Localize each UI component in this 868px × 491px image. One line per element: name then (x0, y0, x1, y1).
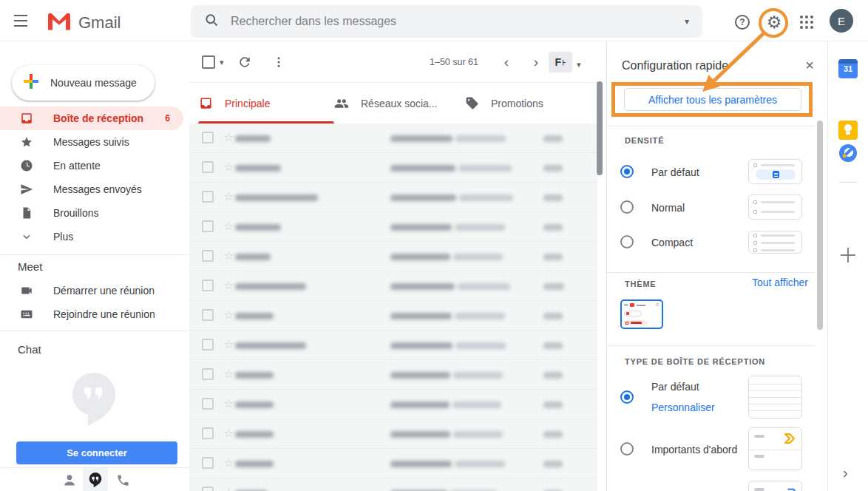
search-input[interactable] (229, 14, 685, 29)
radio-density-default[interactable] (620, 165, 634, 178)
email-checkbox[interactable] (202, 220, 214, 232)
view-all-themes-link[interactable]: Tout afficher (752, 277, 808, 288)
phone-icon[interactable] (114, 471, 132, 489)
list-scrollbar[interactable] (597, 81, 603, 175)
email-row[interactable]: ☆ (189, 301, 597, 331)
sidebar-item-drafts[interactable]: Brouillons (0, 201, 183, 225)
email-checkbox[interactable] (202, 161, 214, 173)
star-icon[interactable]: ☆ (223, 160, 234, 174)
select-all-checkbox[interactable] (202, 55, 215, 69)
radio-density-normal[interactable] (620, 200, 634, 214)
email-checkbox[interactable] (202, 280, 214, 291)
sign-in-button[interactable]: Se connecter (16, 441, 177, 464)
email-row[interactable]: ☆ (189, 123, 597, 153)
select-caret-icon[interactable]: ▾ (220, 58, 224, 67)
tab-social[interactable]: Réseaux socia... (334, 83, 460, 123)
inbox-type-option-label[interactable]: Par défaut (651, 381, 699, 393)
chevron-down-icon (19, 229, 34, 244)
star-icon[interactable]: ☆ (223, 248, 234, 263)
theme-thumbnail[interactable] (620, 299, 663, 329)
keep-icon[interactable] (838, 121, 858, 140)
chevron-left-icon[interactable]: ‹ (498, 54, 515, 70)
email-row[interactable]: ☆ (189, 271, 597, 301)
settings-gear-button[interactable]: ⚙ (764, 13, 784, 32)
gmail-logo[interactable]: Gmail (46, 11, 121, 34)
density-option-label[interactable]: Par défaut (651, 166, 699, 178)
inbox-important-thumbnail (748, 427, 802, 470)
sidebar-item-inbox[interactable]: Boîte de réception 6 (0, 106, 183, 130)
add-addon-plus-icon[interactable] (838, 246, 858, 265)
customize-link[interactable]: Personnaliser (651, 402, 715, 413)
input-tools-button[interactable]: F⊦ (549, 52, 572, 72)
email-row[interactable]: ☆ (189, 153, 597, 183)
tab-primary[interactable]: Principale (198, 83, 334, 123)
star-icon[interactable]: ☆ (223, 189, 234, 203)
star-icon[interactable]: ☆ (223, 308, 234, 322)
sidebar-item-more[interactable]: Plus (0, 225, 183, 248)
density-option-label[interactable]: Compact (651, 237, 693, 248)
sidebar-item-join-meeting[interactable]: Rejoindre une réunion (0, 302, 183, 326)
refresh-icon[interactable] (237, 54, 253, 70)
star-icon[interactable]: ☆ (223, 485, 234, 491)
close-icon[interactable]: × (805, 58, 814, 72)
email-row[interactable]: ☆ (189, 449, 597, 478)
star-icon[interactable]: ☆ (223, 396, 234, 410)
hangouts-icon[interactable] (87, 471, 104, 489)
input-tools-caret-icon[interactable]: ▾ (577, 60, 581, 70)
radio-inbox-important-first[interactable] (620, 442, 634, 456)
email-checkbox[interactable] (202, 132, 214, 143)
radio-density-compact[interactable] (620, 235, 634, 248)
inbox-type-option-label[interactable]: Importants d'abord (651, 444, 737, 456)
star-icon[interactable]: ☆ (223, 426, 234, 440)
email-row[interactable]: ☆ (189, 242, 597, 271)
tasks-icon[interactable] (838, 143, 858, 163)
sidebar-item-new-meeting[interactable]: Démarrer une réunion (0, 279, 183, 302)
email-checkbox[interactable] (202, 457, 214, 469)
density-option-label[interactable]: Normal (651, 202, 685, 214)
sidebar-item-starred[interactable]: Messages suivis (0, 130, 183, 154)
star-icon[interactable]: ☆ (223, 456, 234, 470)
email-row[interactable]: ☆ (189, 390, 597, 419)
tab-promotions[interactable]: Promotions (464, 83, 590, 123)
star-icon[interactable]: ☆ (223, 130, 234, 144)
email-checkbox[interactable] (202, 368, 214, 380)
star-icon[interactable]: ☆ (223, 337, 234, 351)
search-bar[interactable]: ▾ (191, 5, 702, 38)
email-row[interactable]: ☆ (189, 212, 597, 242)
email-checkbox[interactable] (202, 487, 214, 491)
compose-button[interactable]: Nouveau message (12, 65, 155, 101)
sidebar-item-label: Messages envoyés (53, 183, 142, 195)
email-checkbox[interactable] (202, 250, 214, 262)
see-all-settings-button[interactable]: Afficher tous les paramètres (624, 88, 801, 111)
chevron-right-icon[interactable]: › (528, 54, 544, 70)
star-icon (19, 135, 34, 149)
main-menu-icon[interactable] (12, 10, 33, 31)
account-avatar[interactable]: E (830, 9, 853, 33)
email-checkbox[interactable] (202, 309, 214, 321)
email-checkbox[interactable] (202, 339, 214, 351)
help-button[interactable]: ? (733, 13, 752, 32)
calendar-icon[interactable]: 31 (838, 59, 858, 78)
star-icon[interactable]: ☆ (223, 367, 234, 381)
email-row[interactable]: ☆ (189, 331, 597, 360)
email-row[interactable]: ☆ (189, 183, 597, 212)
contacts-person-icon[interactable] (61, 471, 78, 489)
sidebar-item-snoozed[interactable]: En attente (0, 154, 183, 177)
email-checkbox[interactable] (202, 427, 214, 439)
star-icon[interactable]: ☆ (223, 219, 234, 233)
email-checkbox[interactable] (202, 191, 214, 203)
collapse-rail-chevron-icon[interactable]: › (843, 464, 848, 481)
email-checkbox[interactable] (202, 398, 214, 410)
email-row[interactable]: ☆ (189, 360, 597, 390)
email-row[interactable]: ☆ (189, 478, 597, 491)
radio-inbox-default[interactable] (620, 390, 634, 404)
email-row[interactable]: ☆ (189, 419, 597, 449)
sidebar-item-label: Démarrer une réunion (53, 285, 155, 297)
apps-grid-button[interactable] (797, 13, 816, 32)
more-options-icon[interactable] (271, 54, 287, 70)
redacted-date (543, 342, 563, 349)
sidebar-item-sent[interactable]: Messages envoyés (0, 177, 183, 201)
panel-scrollbar[interactable] (817, 121, 823, 330)
search-options-caret-icon[interactable]: ▾ (685, 16, 689, 27)
star-icon[interactable]: ☆ (223, 278, 234, 292)
